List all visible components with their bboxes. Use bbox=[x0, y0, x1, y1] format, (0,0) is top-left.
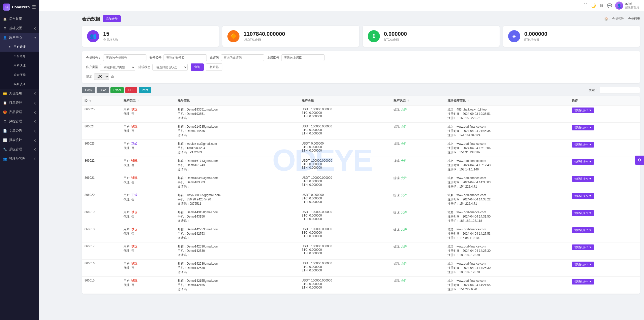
eth-balance: ETH: 0.000000 bbox=[302, 132, 388, 135]
sidebar-item-dashboard[interactable]: 🏠 后台首页 bbox=[0, 14, 39, 24]
user-type-value[interactable]: 试玩 bbox=[131, 245, 137, 248]
cell-account-type: 用户: 试玩 代理: 否 bbox=[121, 123, 175, 140]
email: 邮箱：Demo183503gmail.com bbox=[178, 176, 297, 180]
search-label: 搜索： bbox=[589, 88, 598, 92]
user-type-value[interactable]: 试玩 bbox=[131, 210, 137, 214]
cell-action[interactable]: 管理员操作 ▼ bbox=[569, 260, 640, 277]
proxy-label: 代理: bbox=[124, 146, 131, 150]
sort-icon[interactable]: ⇅ bbox=[407, 99, 409, 102]
sidebar-item-report[interactable]: 📊 报表统计 ❮ bbox=[0, 135, 39, 145]
sort-icon[interactable]: ⇅ bbox=[467, 99, 469, 102]
invite-code: 邀请码： bbox=[178, 287, 297, 292]
admin-action-button[interactable]: 管理员操作 ▼ bbox=[572, 176, 594, 182]
sidebar-item-label: 订单管理 bbox=[9, 101, 22, 105]
sort-icon[interactable]: ⇅ bbox=[137, 99, 139, 102]
cell-action[interactable]: 管理员操作 ▼ bbox=[569, 105, 640, 123]
cell-action[interactable]: 管理员操作 ▼ bbox=[569, 225, 640, 242]
cell-account-info: 邮箱：Demo143150gmail.com 手机：Demo143150 邀请码… bbox=[175, 208, 299, 225]
stat-info: 1107840.000000 USDT总余额 bbox=[244, 31, 285, 42]
withdraw-status-select[interactable]: 请选择提现状态 允许 禁止 bbox=[152, 64, 188, 71]
domain: 域名：www.qdd-finance.com bbox=[448, 227, 567, 232]
admin-action-button[interactable]: 管理员操作 ▼ bbox=[572, 142, 594, 148]
cell-action[interactable]: 管理员操作 ▼ bbox=[569, 174, 640, 191]
sidebar-item-order-mgmt[interactable]: 📋 订单管理 ❮ bbox=[0, 98, 39, 108]
user-type-label: 用户: bbox=[124, 210, 131, 214]
csv-button[interactable]: CSV bbox=[97, 87, 109, 93]
message-icon[interactable]: 💬 bbox=[607, 3, 612, 8]
proxy-value: 否 bbox=[131, 112, 134, 116]
phone: 手机：Demo142753 bbox=[178, 232, 297, 236]
withdraw-status: 提现: bbox=[393, 262, 401, 265]
cell-action[interactable]: 管理员操作 ▼ bbox=[569, 208, 640, 225]
print-button[interactable]: Print bbox=[139, 87, 151, 93]
user-type-value[interactable]: 正式 bbox=[131, 193, 137, 197]
admin-action-button[interactable]: 管理员操作 ▼ bbox=[572, 279, 594, 285]
excel-button[interactable]: Excel bbox=[110, 87, 124, 93]
user-type-value[interactable]: 试玩 bbox=[131, 108, 137, 111]
admin-action-button[interactable]: 管理员操作 ▼ bbox=[572, 210, 594, 216]
sidebar-item-user-auth[interactable]: 用户认证 bbox=[0, 61, 39, 70]
sidebar-item-article[interactable]: 📄 文章公告 ❮ bbox=[0, 126, 39, 135]
sidebar-item-recharge[interactable]: 💳 充值提现 ❮ bbox=[0, 89, 39, 98]
user-type-value[interactable]: 正式 bbox=[131, 142, 137, 146]
sidebar-item-fund-change[interactable]: 资金变动 bbox=[0, 70, 39, 80]
pdf-button[interactable]: PDF bbox=[125, 87, 137, 93]
cell-action[interactable]: 管理员操作 ▼ bbox=[569, 191, 640, 208]
member-no-input[interactable] bbox=[103, 54, 146, 61]
cell-action[interactable]: 管理员操作 ▼ bbox=[569, 242, 640, 260]
sort-icon[interactable]: ⇅ bbox=[89, 99, 91, 102]
sidebar-item-risk-mgmt[interactable]: 🛡 风控管理 ❮ bbox=[0, 117, 39, 126]
cell-action[interactable]: 管理员操作 ▼ bbox=[569, 123, 640, 140]
fullscreen-icon[interactable]: ⛶ bbox=[583, 3, 587, 8]
sidebar-item-real-auth[interactable]: 实名认证 bbox=[0, 80, 39, 89]
breadcrumb-member-mgmt[interactable]: 会员管理 bbox=[612, 17, 624, 21]
sidebar-item-admin[interactable]: 👥 管理员管理 ❮ bbox=[0, 154, 39, 163]
proxy-label: 代理: bbox=[124, 198, 131, 201]
reset-button[interactable]: 初始化 bbox=[206, 63, 222, 71]
cell-balance: USDT: 100000.000000 BTC: 0.000000 ETH: 0… bbox=[299, 225, 391, 242]
user-type-value[interactable]: 试玩 bbox=[131, 228, 137, 231]
user-type-value[interactable]: 试玩 bbox=[131, 279, 137, 282]
admin-action-button[interactable]: 管理员操作 ▼ bbox=[572, 193, 594, 199]
sidebar-item-user-center[interactable]: 👤 用户中心 ∨ bbox=[0, 33, 39, 42]
sidebar-item-basic-settings[interactable]: ⚙ 基础设置 ❮ bbox=[0, 24, 39, 33]
copy-button[interactable]: Copy bbox=[82, 87, 95, 93]
sidebar-item-platform-account[interactable]: 平台账号 bbox=[0, 52, 39, 61]
query-button[interactable]: 查询 bbox=[191, 63, 204, 71]
superior-id-input[interactable] bbox=[281, 54, 325, 61]
account-id-input[interactable] bbox=[164, 54, 207, 61]
cell-status: 提现: 允许 bbox=[391, 105, 445, 123]
user-type-value[interactable]: 试玩 bbox=[131, 159, 137, 163]
admin-action-button[interactable]: 管理员操作 ▼ bbox=[572, 125, 594, 130]
search-input[interactable] bbox=[600, 87, 640, 93]
hamburger-icon[interactable]: ☰ bbox=[32, 4, 36, 10]
add-member-button[interactable]: 添加会员 bbox=[103, 15, 121, 22]
sidebar-item-system[interactable]: 🔧 系统管理 ❮ bbox=[0, 145, 39, 154]
admin-action-button[interactable]: 管理员操作 ▼ bbox=[572, 108, 594, 113]
cell-action[interactable]: 管理员操作 ▼ bbox=[569, 140, 640, 157]
cell-action[interactable]: 管理员操作 ▼ bbox=[569, 277, 640, 294]
phone: 手机：Demo142530 bbox=[178, 266, 297, 270]
admin-action-button[interactable]: 管理员操作 ▼ bbox=[572, 244, 594, 250]
floating-gear-button[interactable]: ⚙ bbox=[635, 156, 644, 165]
sidebar-item-user-management[interactable]: ≡ 用户管理 bbox=[0, 42, 39, 52]
admin-action-button[interactable]: 管理员操作 ▼ bbox=[572, 262, 594, 267]
sidebar-item-label: 报表统计 bbox=[9, 138, 22, 142]
admin-action-button[interactable]: 管理员操作 ▼ bbox=[572, 159, 594, 165]
sidebar-item-product-mgmt[interactable]: 🎁 产品管理 ❮ bbox=[0, 108, 39, 117]
user-type-value[interactable]: 试玩 bbox=[131, 176, 137, 180]
display-count-select[interactable]: 100 50 25 bbox=[94, 73, 109, 80]
monitor-icon[interactable]: 🖥 bbox=[599, 3, 603, 8]
breadcrumb-home-icon[interactable]: 🏠 bbox=[604, 17, 608, 21]
cell-action[interactable]: 管理员操作 ▼ bbox=[569, 157, 640, 174]
user-type-value[interactable]: 试玩 bbox=[131, 262, 137, 265]
account-type-select[interactable]: 请选择账户类型 正式 试玩 bbox=[100, 64, 135, 71]
theme-icon[interactable]: 🌙 bbox=[591, 3, 596, 8]
user-type-value[interactable]: 试玩 bbox=[131, 125, 137, 128]
user-info[interactable]: 👤 admin 超级管理员 bbox=[615, 2, 639, 10]
user-details: admin 超级管理员 bbox=[625, 2, 639, 10]
admin-action-button[interactable]: 管理员操作 ▼ bbox=[572, 227, 594, 233]
stat-card-members: 👥 15 会员总人数 bbox=[82, 26, 219, 47]
reg-ip: 注册IP：141.164.34.124 bbox=[448, 133, 567, 137]
invite-code-input[interactable] bbox=[221, 54, 264, 61]
